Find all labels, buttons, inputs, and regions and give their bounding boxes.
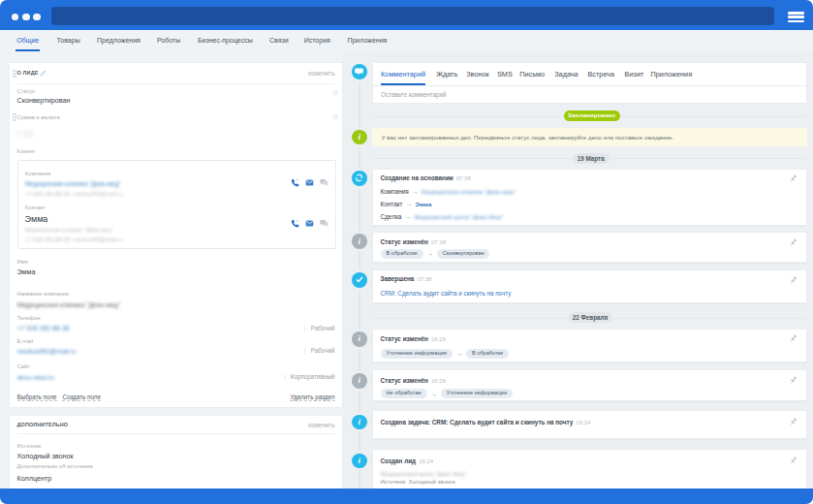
window-dot-icon[interactable] (12, 14, 18, 20)
phone-icon[interactable] (291, 219, 299, 228)
tab-kommentariy[interactable]: Комментарий (381, 63, 425, 85)
tab-obshchie[interactable]: Общие (16, 30, 39, 51)
gear-icon[interactable]: ⚙ (332, 89, 338, 96)
chat-icon[interactable] (320, 219, 328, 228)
source-info-label: Дополнительно об источнике (17, 463, 94, 469)
status-change-row: Не обработан → Уточнение информации (381, 389, 514, 398)
client-card: Компания Медицинская клиника "Дево-мед" … (17, 160, 337, 249)
company-link[interactable]: Медицинская клиника "Дево-мед" (25, 180, 121, 187)
edit-pencil-icon[interactable] (40, 70, 47, 77)
tab-roboty[interactable]: Роботы (157, 30, 180, 51)
crm-lead-window: Общие Товары Предложения Роботы Бизнес-п… (0, 0, 813, 504)
no-planned-notice: У вас нет запланированных дел. Передвинь… (372, 128, 808, 146)
info-icon: i (352, 373, 367, 389)
select-field-link[interactable]: Выбрать поле (17, 394, 57, 401)
task-link[interactable]: CRM: Сделать аудит сайта и скинуть на по… (381, 290, 512, 297)
tab-predlozheniya[interactable]: Предложения (97, 30, 141, 51)
timeline-entry-lead-created: Создан лид16:24 Медицинский центр "Дево-… (372, 449, 807, 488)
company-field-value[interactable]: Медицинская клиника "Дево-мед" (17, 301, 121, 309)
status-change-row: В обработке → Сконвертирован (381, 249, 490, 259)
divider: | (284, 373, 286, 380)
entry-title: Статус изменён16:26 (381, 377, 446, 385)
tab-istoriya[interactable]: История (304, 30, 330, 51)
contact-label: Контакт (25, 205, 46, 210)
tab-zadacha[interactable]: Задача (554, 63, 578, 85)
entry-row: Источник: Холодный звонок (381, 479, 456, 485)
edit-lead-link[interactable]: изменить (308, 70, 334, 77)
window-dot-icon[interactable] (22, 14, 29, 20)
pin-icon[interactable] (787, 237, 798, 249)
status-badge-from: Уточнение информации (381, 349, 453, 359)
tab-svyazi[interactable]: Связи (269, 30, 289, 51)
pin-icon[interactable] (787, 333, 798, 345)
status-change-row: Уточнение информации → В обработке (381, 349, 510, 359)
chat-icon[interactable] (320, 178, 328, 187)
arrow-icon: → (426, 250, 433, 257)
entry-time: 07:38 (456, 175, 471, 181)
deal-link[interactable]: Медицинский центр "Дево-Мед" (414, 213, 503, 220)
tab-tovary[interactable]: Товары (57, 30, 80, 51)
status-badge-from: В обработке (381, 249, 423, 259)
source-value[interactable]: Холодный звонок (17, 453, 74, 460)
pin-icon[interactable] (787, 375, 798, 387)
mail-icon[interactable] (305, 219, 314, 228)
divider: | (304, 325, 306, 331)
phone-value[interactable]: +7 928 282-88-38 (17, 325, 70, 332)
tab-vizit[interactable]: Визит (625, 63, 644, 85)
pin-icon[interactable] (787, 173, 798, 185)
create-field-link[interactable]: Создать поле (62, 394, 101, 401)
divider: | (304, 347, 306, 354)
email-field-label: E-mail (17, 338, 33, 344)
site-value[interactable]: devo-med.ru (17, 374, 54, 382)
email-value[interactable]: medicarf50@mail.ru (17, 348, 77, 356)
drag-handle-icon[interactable] (13, 70, 16, 79)
info-icon: i (352, 234, 367, 249)
contact-name[interactable]: Эмма (25, 214, 48, 224)
tab-prilozheniya[interactable]: Приложения (347, 30, 387, 51)
contact-company: Медицинская клиника "Дево-мед" (25, 227, 113, 233)
tab-pismo[interactable]: Письмо (519, 63, 545, 85)
tab-zvonok[interactable]: Звонок (466, 63, 489, 85)
comment-input[interactable]: Оставьте комментарий (381, 90, 446, 99)
info-icon: i (352, 415, 367, 430)
contact-link[interactable]: Эмма (416, 201, 432, 207)
tab-prilozheniya-tl[interactable]: Приложения (650, 63, 692, 85)
tab-biznes-processy[interactable]: Бизнес-процессы (198, 30, 253, 51)
name-value[interactable]: Эмма (17, 268, 36, 276)
entry-time: 16:24 (419, 458, 433, 464)
tab-sms[interactable]: SMS (497, 63, 513, 85)
arrow-icon: → (404, 213, 411, 220)
entry-time: 16:26 (431, 378, 446, 384)
entry-time: 07:38 (417, 276, 431, 282)
info-icon: i (352, 130, 367, 145)
contact-contacts: +7 928 282-88-38, medicarf50@mail.ru (25, 236, 123, 242)
status-badge-to: В обработке (466, 349, 509, 359)
tab-zhdat[interactable]: Ждать (436, 63, 457, 85)
menu-icon[interactable] (788, 12, 804, 23)
date-badge: 19 Марта (573, 153, 610, 164)
status-value[interactable]: Сконвертирован (17, 97, 71, 105)
check-icon (352, 272, 367, 288)
pin-icon[interactable] (787, 456, 798, 467)
panel-title: О ЛИДЕ (17, 70, 39, 77)
gear-icon[interactable]: ⚙ (332, 113, 338, 120)
phone-icon[interactable] (291, 178, 299, 187)
phone-type: |Рабочий (304, 325, 334, 331)
site-type: |Корпоративный (284, 373, 334, 380)
amount-value[interactable]: 0 руб. (17, 130, 36, 138)
company-link[interactable]: Медицинская клиника "Дево-мед" (422, 188, 516, 195)
delete-section-link[interactable]: Удалить раздел (290, 394, 334, 401)
source-info-value[interactable]: Коллцентр (17, 475, 52, 483)
amount-label: Сумма и валюта (17, 114, 60, 120)
address-bar[interactable] (51, 7, 774, 25)
tab-vstrecha[interactable]: Встреча (588, 63, 615, 85)
drag-handle-icon[interactable] (13, 113, 16, 122)
lead-section-tabs: Общие Товары Предложения Роботы Бизнес-п… (0, 30, 813, 51)
window-dot-icon[interactable] (33, 14, 40, 20)
pin-icon[interactable] (787, 275, 798, 287)
arrow-icon: → (455, 350, 462, 357)
status-badge-to: Уточнение информации (441, 389, 513, 398)
mail-icon[interactable] (305, 178, 314, 187)
edit-additional-link[interactable]: изменить (308, 422, 334, 428)
pin-icon[interactable] (787, 417, 798, 428)
